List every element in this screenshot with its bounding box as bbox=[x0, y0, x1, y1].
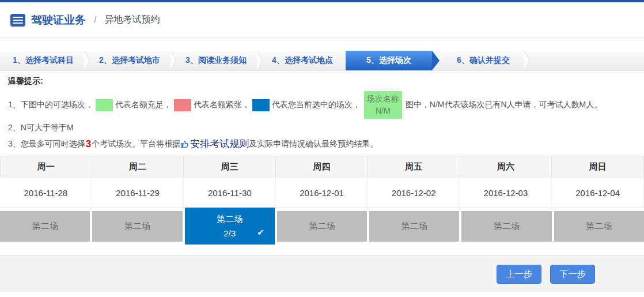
weekday-header: 周二 bbox=[92, 156, 184, 178]
tip1-prefix: 1、下图中的可选场次， bbox=[8, 100, 93, 110]
step-5-choose-session-active[interactable]: 5、选择场次 bbox=[346, 51, 432, 70]
step-4-choose-site[interactable]: 4、选择考试地点 bbox=[259, 51, 346, 70]
step-1-choose-subject[interactable]: 1、选择考试科目 bbox=[0, 51, 86, 70]
max-selection-count: 3 bbox=[85, 138, 92, 150]
date-cell: 2016-12-01 bbox=[276, 178, 368, 207]
weekday-header: 周五 bbox=[368, 156, 460, 178]
tip3-suffix: 及实际申请情况确认最终预约结果。 bbox=[249, 139, 378, 149]
date-cell: 2016-12-04 bbox=[552, 178, 644, 207]
chevron-right-icon bbox=[171, 51, 176, 70]
tip1-blue-label: 代表您当前选中的场次， bbox=[272, 100, 361, 110]
weekday-header: 周六 bbox=[460, 156, 552, 178]
session-cell-sat[interactable]: 第二场 bbox=[461, 211, 551, 242]
tips-title: 温馨提示: bbox=[8, 76, 636, 87]
previous-step-button[interactable]: 上一步 bbox=[497, 265, 541, 284]
sample-session-count: N/M bbox=[376, 105, 391, 117]
sample-session-title: 场次名称 bbox=[367, 93, 399, 105]
step-progress-bar: 1、选择考试科目 2、选择考试地市 3、阅读业务须知 4、选择考试地点 5、选择… bbox=[0, 51, 644, 70]
session-cell-mon[interactable]: 第二场 bbox=[0, 211, 90, 242]
weekday-header: 周三 bbox=[184, 156, 276, 178]
tip-line-3: 3、您最多可同时选择 3 个考试场次。平台将根据 安排考试规则 及实际申请情况确… bbox=[8, 137, 636, 151]
next-step-button[interactable]: 下一步 bbox=[550, 265, 595, 284]
session-cell-thu[interactable]: 第二场 bbox=[277, 211, 367, 242]
schedule-table: 周一 周二 周三 周四 周五 周六 周日 2016-11-28 2016-11-… bbox=[0, 156, 644, 245]
check-icon: ✔ bbox=[257, 227, 264, 238]
tip3-middle: 个考试场次。平台将根据 bbox=[92, 139, 180, 149]
date-cell: 2016-12-03 bbox=[460, 178, 552, 207]
chevron-right-icon bbox=[524, 51, 529, 70]
step-bar-filler bbox=[526, 51, 644, 70]
date-cell: 2016-11-30 bbox=[184, 178, 276, 207]
tip3-prefix: 3、您最多可同时选择 bbox=[8, 139, 85, 149]
breadcrumb-section[interactable]: 驾驶证业务 bbox=[31, 13, 86, 28]
list-icon bbox=[10, 14, 25, 27]
session-row: 第二场 第二场 第二场 2/3 ✔ 第二场 第二场 第二场 第二场 bbox=[0, 208, 644, 245]
session-name: 第二场 bbox=[217, 214, 243, 225]
breadcrumb-separator: / bbox=[94, 15, 96, 25]
weekday-header: 周四 bbox=[276, 156, 368, 178]
date-cell: 2016-11-29 bbox=[92, 178, 184, 207]
session-cell-wed-selected[interactable]: 第二场 2/3 ✔ bbox=[185, 208, 275, 245]
weekday-header: 周一 bbox=[0, 156, 92, 178]
breadcrumb: 驾驶证业务 / 异地考试预约 bbox=[0, 2, 644, 38]
chevron-right-icon bbox=[257, 51, 262, 70]
date-row: 2016-11-28 2016-11-29 2016-11-30 2016-12… bbox=[0, 178, 644, 208]
thumbs-up-icon bbox=[180, 140, 190, 149]
session-cell-sun[interactable]: 第二场 bbox=[554, 211, 644, 242]
legend-selected-swatch bbox=[252, 99, 270, 111]
step-2-choose-city[interactable]: 2、选择考试地市 bbox=[86, 51, 173, 70]
chevron-right-icon bbox=[84, 51, 89, 70]
tip1-suffix: 图中，N/M代表该场次已有N人申请，可考试人数M人。 bbox=[406, 100, 602, 110]
tip-line-2: 2、N可大于等于M bbox=[8, 123, 636, 133]
tip-line-1: 1、下图中的可选场次， 代表名额充足， 代表名额紧张， 代表您当前选中的场次， … bbox=[8, 91, 636, 119]
legend-available-swatch bbox=[96, 99, 113, 111]
tip1-green-label: 代表名额充足， bbox=[115, 100, 172, 110]
legend-tight-swatch bbox=[174, 99, 191, 111]
date-cell: 2016-11-28 bbox=[0, 178, 92, 207]
tip1-red-label: 代表名额紧张， bbox=[194, 100, 250, 110]
session-sample-box: 场次名称 N/M bbox=[364, 91, 402, 119]
exam-rules-link-label: 安排考试规则 bbox=[190, 137, 249, 151]
session-cell-fri[interactable]: 第二场 bbox=[369, 211, 459, 242]
weekday-header: 周日 bbox=[552, 156, 644, 178]
page-title: 异地考试预约 bbox=[104, 14, 160, 26]
footer-bar: 上一步 下一步 bbox=[0, 255, 644, 292]
weekday-header-row: 周一 周二 周三 周四 周五 周六 周日 bbox=[0, 156, 644, 178]
session-count: 2/3 bbox=[223, 228, 236, 238]
session-cell-tue[interactable]: 第二场 bbox=[92, 211, 182, 242]
step-6-confirm-submit[interactable]: 6、确认并提交 bbox=[440, 51, 526, 70]
date-cell: 2016-12-02 bbox=[368, 178, 460, 207]
exam-rules-link[interactable]: 安排考试规则 bbox=[180, 137, 249, 151]
tips-panel: 温馨提示: 1、下图中的可选场次， 代表名额充足， 代表名额紧张， 代表您当前选… bbox=[0, 70, 644, 151]
step-3-read-notice[interactable]: 3、阅读业务须知 bbox=[173, 51, 259, 70]
